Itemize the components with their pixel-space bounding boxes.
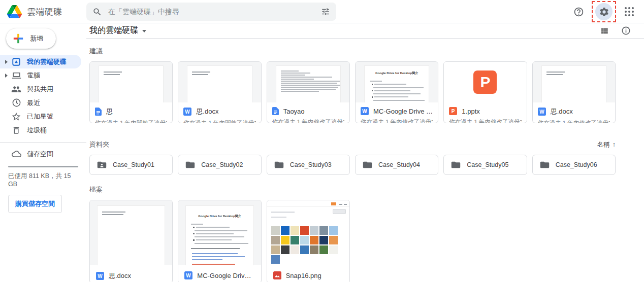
- word-file-icon: W: [96, 272, 104, 280]
- search-bar[interactable]: [86, 3, 336, 21]
- storage-progress-bar: [8, 166, 78, 167]
- sidebar-item-3[interactable]: 最近: [0, 96, 81, 110]
- photo-thumbnail: [310, 236, 318, 244]
- sidebar-item-storage[interactable]: 儲存空間: [0, 147, 81, 161]
- file-name: 思: [106, 107, 113, 116]
- photo-thumbnail: [300, 245, 309, 254]
- details-info-button[interactable]: [621, 26, 631, 36]
- files-grid: W 思.docx Google Drive for Desktop簡介 W MC…: [89, 200, 616, 282]
- ppt-thumbnail-tile: P: [473, 70, 497, 94]
- file-thumbnail: [90, 200, 172, 265]
- photo-thumbnail: [281, 245, 289, 254]
- file-thumbnail: [90, 62, 172, 102]
- folder-icon: [185, 161, 195, 169]
- search-icon[interactable]: [92, 7, 102, 17]
- folder-name: Case_Study01: [113, 161, 154, 168]
- svg-text:W: W: [98, 273, 103, 279]
- photo-thumbnail: [271, 236, 280, 244]
- new-button[interactable]: 新增: [6, 28, 56, 49]
- file-thumbnail: Google Drive for Desktop簡介: [356, 62, 438, 102]
- folder-item[interactable]: Case_Study01: [89, 155, 173, 175]
- document-page-thumbnail: Google Drive for Desktop簡介: [365, 66, 429, 102]
- suggested-section-label: 建議: [89, 47, 103, 56]
- word-file-icon: W: [183, 108, 191, 116]
- file-thumbnail: [178, 62, 261, 102]
- file-card[interactable]: W 思.docx 你在過去 1 年內修改了這份文件: [532, 61, 616, 123]
- file-thumbnail: Google Drive for Desktop簡介: [178, 200, 261, 265]
- folder-icon: [540, 161, 550, 169]
- file-card[interactable]: W 思.docx: [89, 200, 173, 282]
- file-card[interactable]: W 思.docx 你在過去 1 年內開啟了這份文件: [178, 61, 261, 123]
- expand-arrow-icon[interactable]: [5, 74, 8, 78]
- document-page-thumbnail: [98, 206, 165, 265]
- folder-item[interactable]: Case_Study03: [267, 155, 350, 175]
- top-bar: 雲端硬碟: [0, 0, 644, 23]
- sidebar-item-4[interactable]: 已加星號: [0, 110, 81, 123]
- expand-arrow-icon[interactable]: [5, 60, 8, 64]
- main-content: 我的雲端硬碟 建議 思 你在過去 1 年內開啟了這份文件 W: [86, 23, 644, 282]
- mini-window-titlebar: [267, 200, 349, 207]
- sidebar-item-1[interactable]: 電腦: [0, 68, 81, 82]
- settings-gear-button[interactable]: [595, 3, 613, 20]
- search-input[interactable]: [108, 8, 315, 16]
- page-title: 我的雲端硬碟: [89, 25, 138, 36]
- sort-by-name-button[interactable]: 名稱 ↑: [597, 140, 616, 149]
- file-name: 思.docx: [109, 271, 131, 280]
- trash-icon: [11, 125, 21, 135]
- sort-direction-icon: ↑: [613, 141, 616, 148]
- document-page-thumbnail: [187, 66, 251, 102]
- file-card[interactable]: 思 你在過去 1 年內開啟了這份文件: [89, 61, 173, 123]
- search-options-tune-icon[interactable]: [321, 7, 330, 16]
- google-apps-grid-button[interactable]: [621, 3, 638, 20]
- folder-icon: [274, 161, 284, 169]
- folders-grid: Case_Study01 Case_Study02 Case_Study03 C…: [89, 155, 616, 175]
- file-name: 1.pptx: [462, 108, 479, 115]
- drive-logo-area[interactable]: 雲端硬碟: [7, 0, 62, 23]
- file-thumbnail: P: [444, 62, 526, 102]
- file-card[interactable]: P P 1.pptx 你在過去 1 年內修改了這份文件: [443, 61, 527, 123]
- document-page-thumbnail: [276, 66, 340, 102]
- file-thumbnail: [533, 62, 615, 102]
- folder-item[interactable]: Case_Study05: [443, 155, 527, 175]
- word-file-icon: W: [184, 271, 192, 279]
- gdoc-file-icon: [95, 108, 102, 116]
- doc-thumbnail-title: Google Drive for Desktop簡介: [186, 214, 253, 219]
- folder-item[interactable]: Case_Study02: [178, 155, 261, 175]
- files-section-label: 檔案: [89, 185, 103, 194]
- file-card[interactable]: Snap16.png: [267, 200, 350, 282]
- storage-label: 儲存空間: [27, 150, 53, 159]
- file-name: 思.docx: [196, 107, 218, 116]
- photo-thumbnail: [281, 226, 289, 235]
- file-card[interactable]: Google Drive for Desktop簡介 W MC-Google D…: [178, 200, 261, 282]
- folders-section-label: 資料夾: [89, 140, 109, 149]
- file-card[interactable]: Taoyao 你在過去 1 年內修改了這份文件: [267, 61, 350, 123]
- svg-text:W: W: [185, 109, 190, 115]
- file-card[interactable]: Google Drive for Desktop簡介 W MC-Google D…: [355, 61, 438, 123]
- photo-thumbnail: [300, 226, 309, 235]
- folder-icon: [363, 161, 372, 169]
- breadcrumb-my-drive[interactable]: 我的雲端硬碟: [89, 25, 146, 36]
- file-reason: 你在過去 1 年內開啟了這份文件: [95, 119, 167, 123]
- folder-item[interactable]: Case_Study06: [532, 155, 616, 175]
- sidebar-item-label: 與我共用: [27, 85, 53, 94]
- sidebar-divider: [0, 142, 86, 143]
- google-drive-logo-icon: [7, 5, 22, 18]
- sidebar-item-2[interactable]: 與我共用: [0, 82, 81, 96]
- sidebar-item-0[interactable]: 我的雲端硬碟: [0, 55, 81, 68]
- computers-icon: [11, 70, 21, 81]
- shared-folder-icon: [97, 161, 107, 169]
- starred-icon: [11, 112, 21, 122]
- sidebar-item-label: 最近: [27, 98, 40, 108]
- help-button[interactable]: [570, 3, 587, 20]
- photo-thumbnail: [291, 245, 299, 254]
- file-thumbnail: [267, 62, 349, 102]
- folder-icon: [451, 161, 461, 169]
- sidebar-item-5[interactable]: 垃圾桶: [0, 123, 81, 137]
- file-name: Taoyao: [283, 108, 305, 115]
- file-thumbnail: [267, 200, 349, 265]
- sidebar: 新增 我的雲端硬碟 電腦 與我共用 最近 已加星號 垃圾桶 儲存空間: [0, 23, 86, 282]
- list-view-toggle-button[interactable]: [600, 26, 609, 36]
- buy-storage-button[interactable]: 購買儲存空間: [8, 195, 62, 213]
- folder-item[interactable]: Case_Study04: [355, 155, 438, 175]
- document-page-thumbnail: [99, 66, 163, 102]
